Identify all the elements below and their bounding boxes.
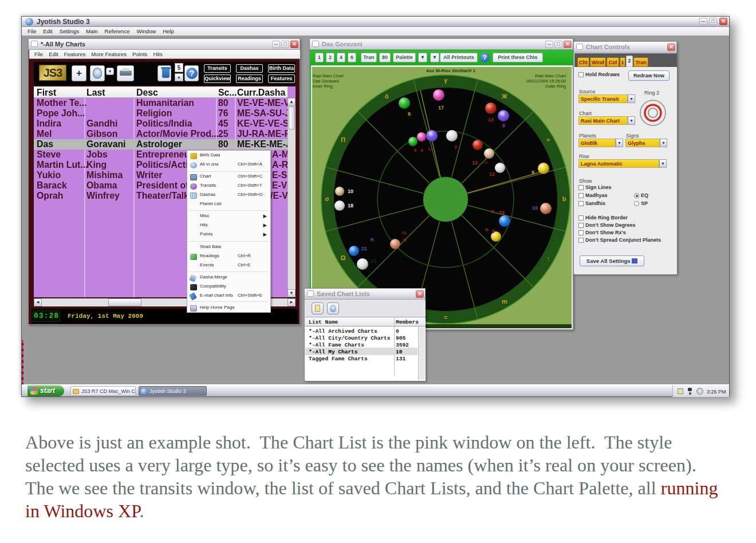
svg-text:R: R — [403, 238, 407, 243]
svg-text:05/01/2009 15:26:00: 05/01/2009 15:26:00 — [526, 78, 566, 84]
svg-text:↑: ↑ — [546, 255, 550, 262]
svg-text:12: 12 — [472, 160, 478, 166]
svg-text:26: 26 — [483, 160, 488, 165]
svg-text:8: 8 — [502, 123, 505, 128]
svg-text:Rasi Main Chart: Rasi Main Chart — [313, 73, 344, 78]
svg-text:Outer Ring: Outer Ring — [545, 84, 566, 89]
svg-text:6: 6 — [408, 111, 411, 117]
svg-text:34: 34 — [428, 147, 433, 152]
svg-text:17: 17 — [438, 105, 444, 111]
svg-text:23: 23 — [371, 258, 376, 264]
svg-text:18: 18 — [348, 203, 353, 208]
svg-text:7: 7 — [454, 145, 457, 151]
svg-text:12: 12 — [489, 171, 495, 177]
svg-text:R: R — [371, 237, 374, 242]
svg-text:Π: Π — [341, 136, 345, 143]
svg-text:Asc M-Rise DisStaOf 1: Asc M-Rise DisStaOf 1 — [426, 68, 475, 73]
svg-text:10: 10 — [348, 188, 353, 194]
svg-text:R: R — [485, 227, 489, 233]
svg-text:ö: ö — [385, 93, 389, 100]
svg-text:4: 4 — [420, 148, 423, 153]
svg-text:13: 13 — [488, 117, 494, 123]
svg-text:Ж: Ж — [501, 93, 507, 100]
svg-text:6: 6 — [414, 148, 417, 153]
svg-text:24: 24 — [499, 210, 505, 215]
svg-text:γ: γ — [444, 77, 448, 84]
svg-text:≈: ≈ — [546, 136, 550, 143]
svg-text:9: 9 — [531, 170, 534, 175]
svg-text:Rasi Main Chart: Rasi Main Chart — [535, 73, 566, 78]
svg-text:m: m — [502, 298, 507, 305]
svg-text:36: 36 — [401, 230, 407, 235]
svg-text:σ: σ — [325, 195, 329, 202]
svg-text:R: R — [491, 209, 494, 214]
svg-text:Ω: Ω — [341, 254, 346, 261]
svg-text:Das Goravani: Das Goravani — [313, 78, 339, 84]
svg-text:10: 10 — [532, 205, 538, 211]
svg-text:21: 21 — [361, 246, 367, 251]
svg-text:Inner Ring: Inner Ring — [313, 84, 333, 89]
svg-text:9: 9 — [492, 229, 495, 234]
svg-text:b: b — [562, 195, 566, 202]
svg-text:=: = — [444, 314, 447, 321]
